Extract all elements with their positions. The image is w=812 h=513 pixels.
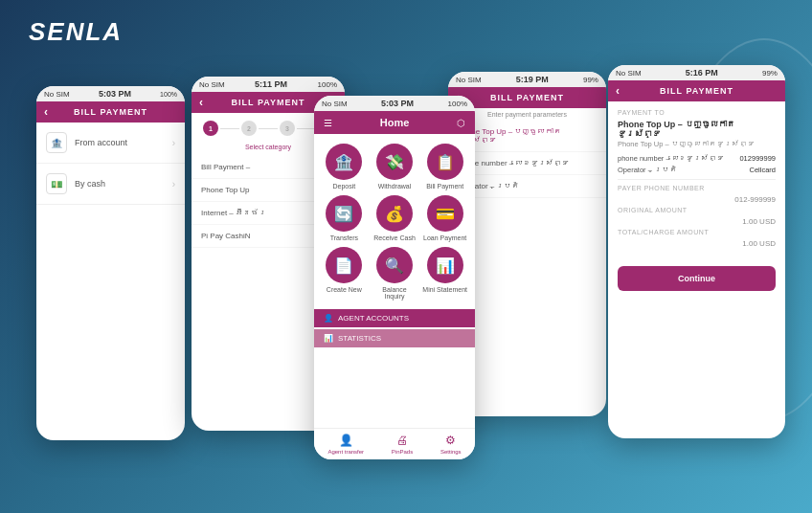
original-amount-value: 1.00 USD	[618, 217, 776, 226]
phone-number-row-label: phone number – លេខទូរស័ព្ទ	[618, 154, 724, 163]
time-2: 5:11 PM	[255, 79, 287, 89]
pinpads-label: PinPads	[392, 449, 413, 455]
signal-4: No SIM	[456, 76, 482, 84]
phone1-header: ‹ BILL PAYMENT	[36, 101, 185, 123]
by-cash-item[interactable]: 💵 By cash ›	[36, 164, 185, 205]
home-header: ☰ Home ⬡	[314, 111, 475, 134]
receive-cash-item[interactable]: 💰 Receive Cash	[372, 195, 417, 241]
signal-3: No SIM	[322, 100, 348, 108]
phone5-header: ‹ BILL PAYMENT	[608, 80, 785, 101]
step-line-2	[259, 128, 278, 129]
payer-label: PAYER PHONE NUMBER	[618, 185, 776, 191]
status-bar-4: No SIM 5:19 PM 99%	[448, 72, 606, 87]
agent-accounts-label: AGENT ACCOUNTS	[338, 314, 409, 323]
create-new-label: Create New	[327, 286, 362, 293]
divider-1	[618, 179, 776, 180]
operator-row-label: Operator – ប្រតិ	[618, 166, 677, 174]
hamburger-icon[interactable]: ☰	[324, 118, 332, 128]
step-2: 2	[241, 121, 257, 136]
mini-statement-item[interactable]: 📊 Mini Statement	[422, 247, 467, 300]
chevron-icon-2: ›	[172, 179, 175, 190]
original-amount-label: ORIGINAL AMOUNT	[618, 207, 776, 213]
withdrawal-icon: 💸	[376, 144, 413, 180]
status-bar-2: No SIM 5:11 PM 100%	[192, 77, 345, 92]
chevron-icon: ›	[172, 138, 175, 148]
total-label: TOTAL/CHARGE AMOUNT	[618, 229, 776, 235]
stats-icon: 📊	[324, 334, 333, 343]
total-value: 1.00 USD	[618, 239, 776, 248]
loan-payment-item[interactable]: 💳 Loan Payment	[422, 195, 467, 241]
account-icon: 🏦	[46, 132, 67, 153]
payment-to-section: PAYMENT TO Phone Top Up – បញ្ចូលកាតទូរស័…	[608, 101, 785, 258]
time-3: 5:03 PM	[381, 99, 414, 108]
back-btn-5[interactable]: ‹	[616, 84, 620, 98]
phone-payment-confirm: No SIM 5:16 PM 99% ‹ BILL PAYMENT PAYMEN…	[608, 65, 785, 438]
statistics-label: STATISTICS	[338, 334, 381, 343]
create-new-icon: 📄	[326, 247, 362, 283]
mini-statement-icon: 📊	[427, 247, 463, 283]
back-button[interactable]: ‹	[44, 105, 49, 119]
bill-payment-icon: 📋	[427, 144, 463, 180]
balance-inquiry-item[interactable]: 🔍 Balance Inquiry	[372, 247, 417, 300]
app-logo: SENLA	[29, 17, 123, 47]
operator-row: Operator – ប្រតិ Cellcard	[618, 166, 776, 174]
phone-number-row: phone number – លេខទូរស័ព្ទ 012999999	[618, 154, 776, 163]
mini-statement-label: Mini Statement	[422, 286, 467, 293]
transfers-label: Transfers	[330, 234, 358, 241]
continue-button[interactable]: Continue	[618, 266, 776, 291]
payment-subtitle: Phone Top Up – បញ្ចូលកាតទូរស័ព្ទ	[618, 140, 776, 148]
cash-icon: 💵	[46, 173, 67, 194]
bill-payment-label: Bill Payment	[426, 183, 463, 190]
time-4: 5:19 PM	[516, 75, 549, 84]
agent-transfer-icon: 👤	[339, 434, 353, 447]
balance-inquiry-icon: 🔍	[376, 247, 413, 283]
withdrawal-item[interactable]: 💸 Withdrawal	[372, 144, 417, 190]
pinpads-icon: 🖨	[396, 434, 408, 447]
step-line-1	[220, 128, 239, 129]
payment-title: Phone Top Up – បញ្ចូលកាតទូរស័ព្ទ	[618, 120, 776, 139]
time-5: 5:16 PM	[686, 68, 718, 78]
bill-payment-item-home[interactable]: 📋 Bill Payment	[422, 144, 467, 190]
step-line-3	[297, 128, 316, 129]
receive-cash-label: Receive Cash	[373, 234, 416, 241]
by-cash-label: By cash	[75, 179, 105, 189]
settings-label: Settings	[440, 449, 462, 455]
status-bar-5: No SIM 5:16 PM 99%	[608, 65, 785, 80]
phone-bill-payment-menu: No SIM 5:03 PM 100% ‹ BILL PAYMENT 🏦 Fro…	[36, 86, 185, 440]
loan-payment-label: Loan Payment	[423, 234, 466, 241]
from-account-item[interactable]: 🏦 From account ›	[36, 123, 185, 164]
home-title: Home	[380, 117, 410, 128]
share-icon[interactable]: ⬡	[457, 118, 465, 128]
status-bar-1: No SIM 5:03 PM 100%	[36, 86, 185, 101]
signal-2: No SIM	[199, 80, 225, 89]
signal-label: No SIM	[44, 90, 70, 99]
payment-to-label: PAYMENT TO	[618, 109, 776, 116]
transfers-icon: 🔄	[326, 195, 362, 232]
battery-2: 100%	[318, 80, 337, 89]
phone-number-row-value: 012999999	[739, 154, 776, 163]
create-new-item[interactable]: 📄 Create New	[322, 247, 367, 300]
agent-transfer-nav[interactable]: 👤 Agent transfer	[327, 434, 364, 455]
header-title-5: BILL PAYMENT	[660, 86, 733, 96]
back-btn-2[interactable]: ‹	[199, 96, 204, 109]
deposit-item[interactable]: 🏦 Deposit	[322, 144, 367, 190]
status-bar-3: No SIM 5:03 PM 100%	[314, 96, 475, 111]
agent-accounts-bar[interactable]: 👤 AGENT ACCOUNTS	[314, 309, 475, 327]
battery-3: 100%	[448, 100, 467, 108]
settings-icon: ⚙	[445, 434, 456, 447]
battery-label: 100%	[160, 91, 177, 98]
battery-4: 99%	[583, 76, 598, 84]
settings-nav[interactable]: ⚙ Settings	[440, 434, 462, 455]
home-grid: 🏦 Deposit 💸 Withdrawal 📋 Bill Payment 🔄 …	[314, 134, 475, 309]
header-title-4: BILL PAYMENT	[490, 93, 564, 102]
time-label: 5:03 PM	[99, 89, 131, 99]
statistics-bar[interactable]: 📊 STATISTICS	[314, 329, 475, 347]
transfers-item[interactable]: 🔄 Transfers	[322, 195, 367, 241]
pinpads-nav[interactable]: 🖨 PinPads	[392, 434, 413, 455]
operator-row-value: Cellcard	[749, 166, 776, 174]
step-1: 1	[203, 121, 218, 136]
phone-home: No SIM 5:03 PM 100% ☰ Home ⬡ 🏦 Deposit 💸…	[314, 96, 475, 459]
signal-5: No SIM	[616, 69, 642, 78]
withdrawal-label: Withdrawal	[378, 183, 412, 190]
battery-5: 99%	[762, 69, 778, 78]
